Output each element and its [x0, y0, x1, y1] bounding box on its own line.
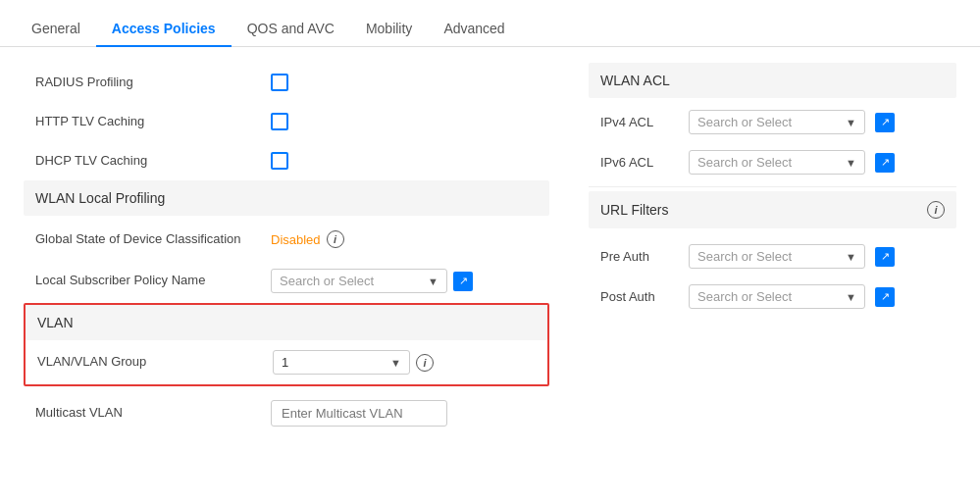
tab-bar: General Access Policies QOS and AVC Mobi… [0, 0, 980, 47]
global-state-label: Global State of Device Classification [35, 230, 271, 248]
post-auth-label: Post Auth [600, 289, 679, 304]
http-tlv-control [271, 113, 288, 130]
vlan-group-row: VLAN/VLAN Group 1 ▼ i [26, 340, 547, 384]
post-auth-dropdown[interactable]: Search or Select ▼ [689, 284, 865, 309]
ipv6-acl-row: IPv6 ACL Search or Select ▼ [589, 142, 956, 182]
post-auth-placeholder: Search or Select [697, 289, 792, 304]
post-auth-chevron-icon: ▼ [846, 291, 856, 303]
url-filters-title: URL Filters [600, 202, 669, 218]
vlan-group-info-icon[interactable]: i [416, 354, 434, 372]
ipv4-acl-row: IPv4 ACL Search or Select ▼ [589, 102, 956, 142]
local-subscriber-chevron-icon: ▼ [428, 276, 438, 287]
multicast-vlan-label: Multicast VLAN [35, 404, 271, 422]
ipv4-acl-label: IPv4 ACL [600, 115, 679, 129]
vlan-group-label: VLAN/VLAN Group [37, 353, 273, 371]
local-subscriber-external-link-icon[interactable] [453, 272, 473, 291]
pre-auth-label: Pre Auth [600, 249, 679, 264]
pre-auth-placeholder: Search or Select [697, 249, 792, 264]
tab-advanced[interactable]: Advanced [428, 11, 520, 46]
multicast-vlan-input[interactable] [271, 400, 447, 427]
radius-profiling-label: RADIUS Profiling [35, 74, 271, 91]
tab-access-policies[interactable]: Access Policies [96, 11, 232, 46]
pre-auth-chevron-icon: ▼ [846, 251, 856, 263]
local-subscriber-label: Local Subscriber Policy Name [35, 272, 271, 289]
ipv4-acl-external-link-icon[interactable] [875, 113, 895, 132]
ipv6-acl-dropdown[interactable]: Search or Select ▼ [689, 150, 865, 175]
ipv6-acl-chevron-icon: ▼ [846, 157, 856, 169]
divider [589, 186, 956, 187]
multicast-vlan-row: Multicast VLAN [24, 390, 549, 436]
vlan-group-chevron-icon: ▼ [390, 357, 401, 369]
ipv6-acl-placeholder: Search or Select [697, 155, 792, 170]
pre-auth-dropdown[interactable]: Search or Select ▼ [689, 244, 865, 269]
global-state-status: Disabled [271, 232, 321, 247]
tab-qos-avc[interactable]: QOS and AVC [232, 11, 350, 46]
tab-mobility[interactable]: Mobility [350, 11, 428, 46]
ipv4-acl-placeholder: Search or Select [697, 115, 792, 129]
vlan-header: VLAN [26, 305, 547, 340]
dhcp-tlv-checkbox[interactable] [271, 152, 288, 170]
left-panel: RADIUS Profiling HTTP TLV Caching DHCP T… [24, 63, 573, 436]
vlan-section: VLAN VLAN/VLAN Group 1 ▼ i [24, 303, 549, 386]
vlan-group-dropdown[interactable]: 1 ▼ [273, 350, 410, 375]
tab-general[interactable]: General [16, 11, 96, 46]
ipv6-acl-label: IPv6 ACL [600, 155, 679, 170]
local-subscriber-control: Search or Select ▼ [271, 269, 473, 293]
local-subscriber-row: Local Subscriber Policy Name Search or S… [24, 259, 549, 303]
global-state-control: Disabled i [271, 230, 344, 248]
local-subscriber-placeholder: Search or Select [280, 274, 374, 288]
wlan-local-profiling-header: WLAN Local Profiling [24, 180, 549, 216]
global-state-info-icon[interactable]: i [327, 230, 344, 248]
vlan-group-value: 1 [282, 355, 288, 370]
post-auth-row: Post Auth Search or Select ▼ [589, 277, 956, 317]
url-filters-header: URL Filters i [589, 191, 956, 228]
vlan-group-control: 1 ▼ i [273, 350, 434, 375]
url-filters-info-icon[interactable]: i [927, 201, 945, 219]
http-tlv-checkbox[interactable] [271, 113, 288, 130]
wlan-acl-title: WLAN ACL [600, 73, 670, 88]
http-tlv-row: HTTP TLV Caching [24, 102, 549, 141]
post-auth-external-link-icon[interactable] [875, 287, 895, 307]
dhcp-tlv-label: DHCP TLV Caching [35, 152, 271, 170]
pre-auth-external-link-icon[interactable] [875, 247, 895, 267]
multicast-vlan-control [271, 400, 447, 427]
radius-profiling-control [271, 74, 288, 91]
dhcp-tlv-control [271, 152, 288, 170]
global-state-row: Global State of Device Classification Di… [24, 220, 549, 259]
right-panel: WLAN ACL IPv4 ACL Search or Select ▼ IPv… [573, 63, 956, 436]
ipv4-acl-dropdown[interactable]: Search or Select ▼ [689, 110, 865, 134]
ipv6-acl-external-link-icon[interactable] [875, 153, 895, 173]
ipv4-acl-chevron-icon: ▼ [846, 117, 856, 128]
main-content: RADIUS Profiling HTTP TLV Caching DHCP T… [0, 47, 980, 452]
pre-auth-row: Pre Auth Search or Select ▼ [589, 236, 956, 277]
http-tlv-label: HTTP TLV Caching [35, 113, 271, 130]
dhcp-tlv-row: DHCP TLV Caching [24, 141, 549, 180]
radius-profiling-checkbox[interactable] [271, 74, 288, 91]
radius-profiling-row: RADIUS Profiling [24, 63, 549, 102]
local-subscriber-dropdown[interactable]: Search or Select ▼ [271, 269, 447, 293]
wlan-acl-header: WLAN ACL [589, 63, 956, 98]
